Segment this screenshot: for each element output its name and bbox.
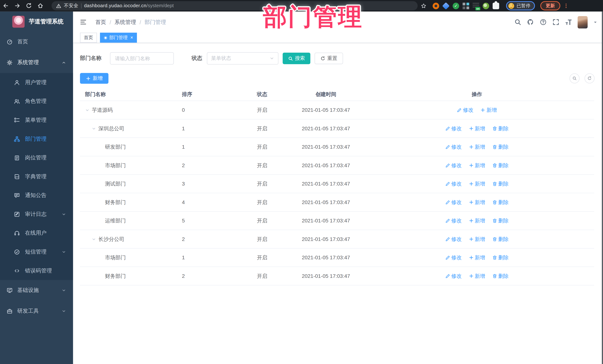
extension-gem-icon[interactable]	[442, 2, 450, 10]
row-action-add[interactable]: 新增	[469, 162, 485, 169]
font-size-icon[interactable]	[565, 18, 572, 26]
app-logo[interactable]: 芋道管理系统	[0, 11, 73, 32]
github-icon[interactable]	[527, 18, 534, 26]
row-action-add[interactable]: 新增	[469, 236, 485, 243]
pencil-icon	[445, 126, 450, 131]
url-bar[interactable]: 不安全 dashboard.yudao.iocoder.cn/system/de…	[52, 1, 418, 10]
table-row[interactable]: 芋道源码0开启2021-01-05 17:03:47修改新增	[80, 101, 594, 119]
row-action-delete[interactable]: 删除	[492, 254, 509, 261]
sidebar-item-10[interactable]: 在线用户	[0, 223, 73, 243]
row-action-add[interactable]: 新增	[469, 143, 485, 150]
tab-close-icon[interactable]: ×	[130, 35, 133, 40]
forward-icon[interactable]	[12, 1, 23, 11]
row-action-edit[interactable]: 修改	[445, 199, 462, 206]
row-action-delete[interactable]: 删除	[492, 273, 509, 279]
extension-puzzle-icon[interactable]	[493, 2, 499, 9]
row-action-add[interactable]: 新增	[480, 107, 497, 113]
hamburger-icon[interactable]	[80, 19, 86, 26]
refresh-table-button[interactable]	[585, 73, 595, 83]
sidebar-item-11[interactable]: 短信管理	[0, 243, 73, 261]
screen: 不安全 dashboard.yudao.iocoder.cn/system/de…	[0, 0, 603, 364]
chevron-down-icon[interactable]	[593, 20, 598, 24]
row-action-edit[interactable]: 修改	[445, 180, 462, 187]
row-action-edit[interactable]: 修改	[445, 236, 462, 243]
row-action-add[interactable]: 新增	[469, 254, 485, 261]
bookmark-star-icon[interactable]	[421, 3, 427, 9]
search-icon[interactable]	[514, 18, 521, 26]
sidebar-item-7[interactable]: 字典管理	[0, 167, 73, 186]
breadcrumb-item[interactable]: 系统管理	[115, 19, 136, 26]
row-action-delete[interactable]: 删除	[492, 236, 509, 243]
table-row[interactable]: 市场部门1开启2021-01-05 17:03:47修改新增删除	[80, 249, 594, 267]
row-action-edit[interactable]: 修改	[445, 273, 462, 279]
sidebar-item-9[interactable]: 审计日志	[0, 205, 73, 224]
sidebar-item-12[interactable]: 错误码管理	[0, 261, 73, 280]
row-action-delete[interactable]: 删除	[492, 180, 509, 187]
row-action-edit[interactable]: 修改	[445, 143, 462, 150]
sidebar-item-14[interactable]: 研发工具	[0, 301, 73, 321]
row-action-add[interactable]: 新增	[469, 125, 485, 132]
table-row[interactable]: 财务部门4开启2021-01-05 17:03:47修改新增删除	[80, 193, 594, 212]
home-icon[interactable]	[35, 1, 46, 11]
browser-update-button[interactable]: 更新	[540, 1, 560, 10]
expand-toggle-icon[interactable]	[85, 107, 92, 113]
table-row[interactable]: 深圳总公司1开启2021-01-05 17:03:47修改新增删除	[80, 120, 594, 138]
search-button-label: 搜索	[295, 55, 305, 62]
sidebar-item-0[interactable]: 首页	[0, 32, 73, 52]
row-action-delete[interactable]: 删除	[492, 143, 509, 150]
row-action-edit[interactable]: 修改	[445, 217, 462, 224]
search-button[interactable]: 搜索	[283, 53, 310, 64]
table-row[interactable]: 长沙分公司2开启2021-01-05 17:03:47修改新增删除	[80, 230, 594, 249]
table-row[interactable]: 市场部门2开启2021-01-05 17:03:47修改新增删除	[80, 156, 594, 175]
fullscreen-icon[interactable]	[552, 18, 559, 26]
sidebar-item-13[interactable]: 基础设施	[0, 280, 73, 301]
table-row[interactable]: 测试部门3开启2021-01-05 17:03:47修改新增删除	[80, 175, 594, 193]
sidebar-item-1[interactable]: 系统管理	[0, 52, 73, 73]
browser-menu-icon[interactable]	[564, 3, 569, 9]
browser-profile-chip[interactable]: 已暂停	[506, 1, 535, 10]
table-row[interactable]: 运维部门5开启2021-01-05 17:03:47修改新增删除	[80, 212, 594, 230]
extension-orange-icon[interactable]	[433, 2, 439, 9]
breadcrumb-item[interactable]: 首页	[95, 19, 106, 26]
row-action-delete[interactable]: 删除	[492, 125, 509, 132]
expand-toggle-icon[interactable]	[92, 236, 98, 242]
user-avatar[interactable]	[578, 16, 588, 28]
row-action-edit[interactable]: 修改	[445, 162, 462, 169]
table-row[interactable]: 研发部门1开启2021-01-05 17:03:47修改新增删除	[80, 138, 594, 156]
sidebar-item-5[interactable]: 部门管理	[0, 129, 73, 148]
expand-toggle-icon[interactable]	[92, 126, 98, 131]
reload-icon[interactable]	[23, 1, 35, 11]
extension-grid-icon[interactable]	[463, 2, 469, 9]
row-action-add[interactable]: 新增	[469, 217, 485, 224]
tags-view-bar: 首页部门管理×	[73, 33, 603, 43]
back-icon[interactable]	[0, 1, 12, 11]
row-action-add[interactable]: 新增	[469, 273, 485, 279]
sidebar-item-6[interactable]: 岗位管理	[0, 148, 73, 167]
tab-0[interactable]: 首页	[80, 33, 97, 43]
hide-search-button[interactable]	[570, 73, 580, 83]
sidebar-item-8[interactable]: 通知公告	[0, 186, 73, 205]
scrollbar[interactable]	[602, 11, 603, 364]
row-action-edit[interactable]: 修改	[445, 125, 462, 132]
tab-1[interactable]: 部门管理×	[100, 33, 137, 43]
row-action-delete[interactable]: 删除	[492, 199, 509, 206]
table-row[interactable]: 财务部门2开启2021-01-05 17:03:47修改新增删除	[80, 267, 594, 286]
sidebar-item-2[interactable]: 用户管理	[0, 73, 73, 92]
extension-key-icon[interactable]	[483, 2, 489, 9]
extension-check-icon[interactable]: ✓	[453, 2, 459, 9]
sidebar-item-3[interactable]: 角色管理	[0, 92, 73, 111]
reset-button[interactable]: 重置	[314, 53, 343, 64]
status-select[interactable]: 菜单状态	[207, 52, 278, 65]
row-action-delete[interactable]: 删除	[492, 217, 509, 224]
row-action-add[interactable]: 新增	[469, 180, 485, 187]
help-icon[interactable]	[540, 18, 547, 26]
add-button[interactable]: 新增	[80, 73, 108, 84]
extension-list-icon[interactable]: on	[473, 2, 479, 9]
breadcrumb: 首页/系统管理/部门管理	[95, 19, 166, 26]
sidebar-item-4[interactable]: 菜单管理	[0, 111, 73, 130]
row-action-delete[interactable]: 删除	[492, 162, 509, 169]
row-action-edit[interactable]: 修改	[457, 107, 473, 113]
row-action-add[interactable]: 新增	[469, 199, 485, 206]
dept-name-input[interactable]	[110, 52, 174, 65]
row-action-edit[interactable]: 修改	[445, 254, 462, 261]
